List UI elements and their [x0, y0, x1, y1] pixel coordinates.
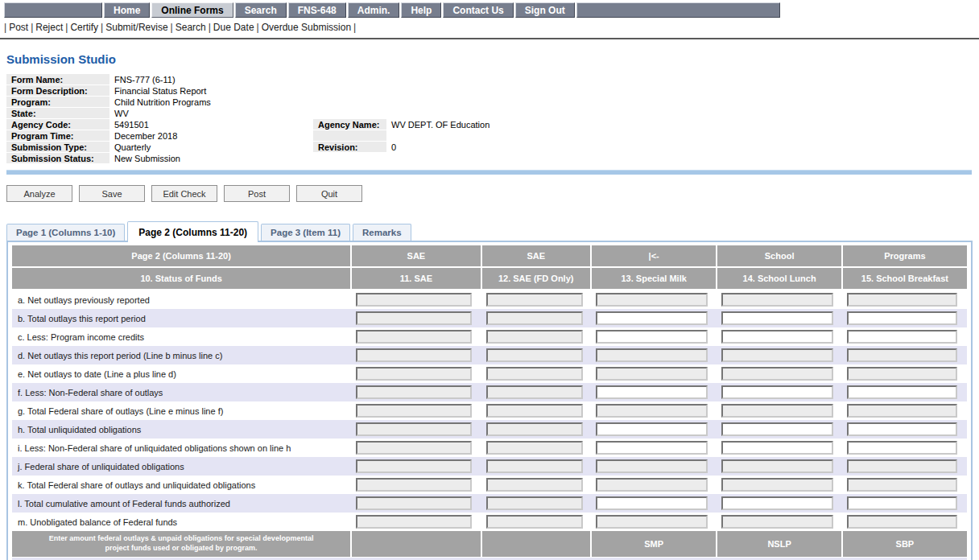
input-e-11 [356, 367, 472, 381]
nav-tab-sign-out[interactable]: Sign Out [515, 2, 575, 18]
input-cell [352, 494, 481, 513]
input-cell [717, 290, 842, 309]
input-h-15[interactable] [847, 422, 957, 436]
menu-item-certify[interactable]: Certify [70, 22, 98, 33]
input-g-12 [486, 404, 583, 418]
nav-filler-right [576, 2, 780, 18]
menu-item-reject[interactable]: Reject [35, 22, 63, 33]
input-i-12 [486, 441, 583, 455]
input-cell [592, 494, 718, 513]
input-c-12 [486, 330, 583, 344]
input-f-13[interactable] [596, 385, 708, 399]
table-row-d: d. Net outlays this report period (Line … [12, 346, 967, 364]
input-cell [352, 457, 481, 476]
column-header-row: 10. Status of Funds11. SAE12. SAE (FD On… [12, 268, 967, 290]
nav-tab-contact-us[interactable]: Contact Us [443, 2, 513, 18]
menu-item-search[interactable]: Search [176, 22, 206, 33]
save-button[interactable]: Save [79, 185, 145, 202]
form-info-value-right [386, 97, 972, 108]
input-b-13[interactable] [596, 311, 708, 325]
menu-item-post[interactable]: Post [9, 22, 28, 33]
group-header-cell: Programs [843, 245, 967, 268]
input-l-14[interactable] [721, 496, 832, 510]
row-label: j. Federal share of unliquidated obligat… [12, 457, 352, 476]
input-b-14[interactable] [721, 311, 832, 325]
input-cell [717, 383, 842, 401]
input-f-15[interactable] [847, 385, 957, 399]
form-info-label-right [313, 153, 386, 164]
input-m-14 [721, 515, 832, 529]
input-j-13 [596, 459, 708, 473]
input-k-13 [596, 478, 708, 492]
nav-tab-admin[interactable]: Admin. [348, 2, 400, 18]
input-b-15[interactable] [847, 311, 957, 325]
input-cell [843, 327, 967, 346]
tab-remarks[interactable]: Remarks [353, 224, 411, 241]
input-cell [482, 476, 592, 494]
input-cell [352, 401, 481, 420]
input-j-12 [486, 459, 583, 473]
input-h-11 [356, 422, 472, 436]
input-c-15[interactable] [847, 330, 957, 344]
input-cell [843, 494, 967, 513]
input-i-13[interactable] [596, 441, 708, 455]
input-g-11 [356, 404, 472, 418]
input-a-15 [847, 293, 957, 307]
form-info-label-right [313, 130, 386, 142]
form-info-value-right [386, 85, 972, 97]
menu-item-due-date[interactable]: Due Date [213, 22, 254, 33]
quit-button[interactable]: Quit [296, 185, 362, 202]
input-c-11 [356, 330, 472, 344]
form-info-value-right: WV DEPT. OF Education [386, 119, 972, 130]
input-cell [592, 439, 718, 457]
nav-tab-search[interactable]: Search [235, 2, 287, 18]
input-cell [592, 364, 718, 383]
nav-tab-help[interactable]: Help [401, 2, 441, 18]
input-cell [482, 327, 592, 346]
input-h-13[interactable] [596, 422, 708, 436]
tab-page-2-columns-11-20[interactable]: Page 2 (Columns 11-20) [127, 221, 258, 242]
analyze-button[interactable]: Analyze [6, 185, 72, 202]
input-f-14[interactable] [721, 385, 832, 399]
input-i-15[interactable] [847, 441, 957, 455]
input-d-14 [721, 348, 832, 362]
menu-item-submit-revise[interactable]: Submit/Revise [105, 22, 167, 33]
form-info-value: December 2018 [109, 130, 313, 142]
nav-tab-home[interactable]: Home [104, 2, 150, 18]
menu-separator: | [28, 22, 35, 33]
input-c-14[interactable] [721, 330, 832, 344]
section-divider-bar [6, 170, 972, 175]
input-k-11 [356, 478, 472, 492]
menu-separator: | [254, 22, 262, 33]
input-cell [352, 476, 481, 494]
input-cell [482, 383, 592, 401]
menu-item-overdue-submission[interactable]: Overdue Submission [262, 22, 351, 33]
input-cell [717, 327, 842, 346]
input-cell [843, 309, 967, 327]
input-cell [352, 513, 481, 531]
submission-menubar: |Post|Reject|Certify|Submit/Revise|Searc… [0, 18, 979, 39]
nav-filler-left [4, 2, 102, 18]
input-cell [482, 439, 592, 457]
edit-check-button[interactable]: Edit Check [151, 185, 217, 202]
input-f-12 [486, 385, 583, 399]
post-button[interactable]: Post [224, 185, 290, 202]
form-info-label: Submission Status: [6, 153, 109, 164]
input-cell [592, 420, 718, 439]
input-h-14[interactable] [721, 422, 832, 436]
input-d-11 [356, 348, 472, 362]
tab-page-3-item-11[interactable]: Page 3 (Item 11) [261, 224, 350, 241]
input-d-13 [596, 348, 708, 362]
input-c-13[interactable] [596, 330, 708, 344]
input-cell [592, 401, 718, 420]
nav-tab-fns-648[interactable]: FNS-648 [288, 2, 346, 18]
input-l-13[interactable] [596, 496, 708, 510]
input-b-11 [356, 311, 472, 325]
nav-tab-online-forms[interactable]: Online Forms [151, 2, 233, 18]
input-i-14[interactable] [721, 441, 832, 455]
input-k-14 [721, 478, 832, 492]
input-l-15[interactable] [847, 496, 957, 510]
group-header-row: Page 2 (Columns 11-20)SAESAE|<-SchoolPro… [12, 245, 967, 268]
tab-page-1-columns-1-10[interactable]: Page 1 (Columns 1-10) [6, 224, 125, 241]
input-cell [717, 513, 842, 531]
